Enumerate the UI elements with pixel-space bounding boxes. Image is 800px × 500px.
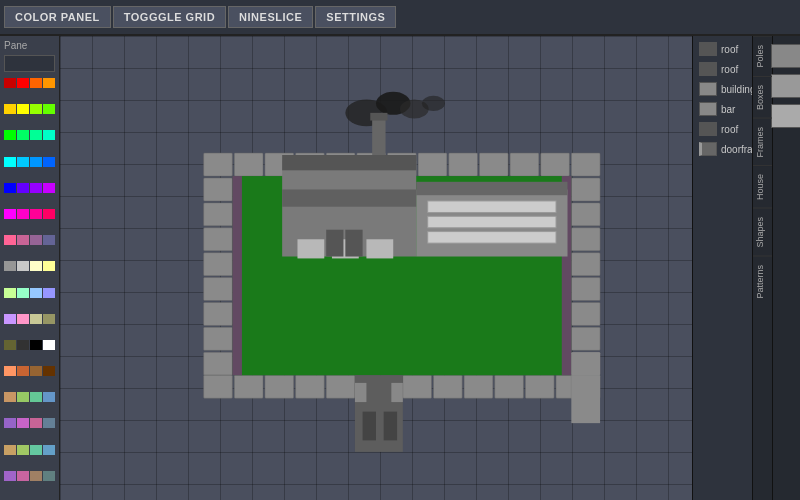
layer-label-1: roof (721, 64, 738, 75)
svg-rect-55 (326, 230, 343, 257)
color-cell-43[interactable] (43, 340, 55, 350)
nineslice-button[interactable]: NINESLICE (228, 6, 313, 28)
svg-rect-61 (428, 232, 556, 243)
color-cell-13[interactable] (17, 157, 29, 167)
tab-shapes[interactable]: Shapes (753, 208, 772, 256)
color-cell-16[interactable] (4, 183, 16, 193)
color-cell-28[interactable] (4, 261, 16, 271)
color-cell-39[interactable] (43, 314, 55, 324)
color-cell-5[interactable] (17, 104, 29, 114)
color-cell-33[interactable] (17, 288, 29, 298)
color-cell-11[interactable] (43, 130, 55, 140)
color-cell-27[interactable] (43, 235, 55, 245)
color-cell-59[interactable] (43, 445, 55, 455)
color-cell-47[interactable] (43, 366, 55, 376)
color-cell-62[interactable] (30, 471, 42, 481)
color-cell-35[interactable] (43, 288, 55, 298)
svg-rect-56 (345, 230, 362, 257)
color-cell-2[interactable] (30, 78, 42, 88)
color-cell-53[interactable] (17, 418, 29, 428)
color-cell-60[interactable] (4, 471, 16, 481)
color-cell-22[interactable] (30, 209, 42, 219)
color-cell-15[interactable] (43, 157, 55, 167)
color-cell-49[interactable] (17, 392, 29, 402)
layer-label-0: roof (721, 44, 738, 55)
color-cell-14[interactable] (30, 157, 42, 167)
color-cell-23[interactable] (43, 209, 55, 219)
tab-house[interactable]: House (753, 165, 772, 208)
layer-item-3[interactable]: bar (697, 100, 748, 118)
layer-item-2[interactable]: building (697, 80, 748, 98)
color-cell-57[interactable] (17, 445, 29, 455)
color-cell-24[interactable] (4, 235, 16, 245)
color-cell-19[interactable] (43, 183, 55, 193)
svg-rect-31 (265, 375, 294, 398)
layer-item-1[interactable]: roof (697, 60, 748, 78)
svg-rect-33 (326, 375, 355, 398)
color-cell-40[interactable] (4, 340, 16, 350)
color-cell-6[interactable] (30, 104, 42, 114)
shape-btn-0[interactable] (771, 44, 801, 68)
color-cell-54[interactable] (30, 418, 42, 428)
color-cell-48[interactable] (4, 392, 16, 402)
color-cell-1[interactable] (17, 78, 29, 88)
color-cell-8[interactable] (4, 130, 16, 140)
tab-frames[interactable]: Frames (753, 118, 772, 166)
color-cell-46[interactable] (30, 366, 42, 376)
color-cell-36[interactable] (4, 314, 16, 324)
settings-button[interactable]: SETTINGS (315, 6, 396, 28)
shape-btn-2[interactable] (771, 104, 801, 128)
color-cell-4[interactable] (4, 104, 16, 114)
tab-poles[interactable]: Poles (753, 36, 772, 76)
pixel-art (60, 36, 692, 500)
color-cell-12[interactable] (4, 157, 16, 167)
layer-item-0[interactable]: roof (697, 40, 748, 58)
color-cell-37[interactable] (17, 314, 29, 324)
color-cell-61[interactable] (17, 471, 29, 481)
color-cell-18[interactable] (30, 183, 42, 193)
color-cell-10[interactable] (30, 130, 42, 140)
svg-rect-60 (428, 216, 556, 227)
layer-item-4[interactable]: roof (697, 120, 748, 138)
color-cell-3[interactable] (43, 78, 55, 88)
color-cell-41[interactable] (17, 340, 29, 350)
layer-item-5[interactable]: doorframe (697, 140, 748, 158)
color-cell-20[interactable] (4, 209, 16, 219)
svg-rect-52 (297, 239, 324, 258)
color-cell-25[interactable] (17, 235, 29, 245)
pane-input[interactable] (4, 55, 55, 72)
toggle-grid-button[interactable]: TOGGGLE GRID (113, 6, 226, 28)
color-cell-9[interactable] (17, 130, 29, 140)
color-cell-52[interactable] (4, 418, 16, 428)
layers-panel: roofroofbuildingbarroofdoorframe (693, 36, 752, 500)
color-cell-34[interactable] (30, 288, 42, 298)
color-cell-21[interactable] (17, 209, 29, 219)
color-cell-0[interactable] (4, 78, 16, 88)
color-cell-32[interactable] (4, 288, 16, 298)
color-cell-38[interactable] (30, 314, 42, 324)
color-cell-58[interactable] (30, 445, 42, 455)
color-cell-26[interactable] (30, 235, 42, 245)
color-cell-45[interactable] (17, 366, 29, 376)
shape-btn-1[interactable] (771, 74, 801, 98)
canvas-area[interactable] (60, 36, 692, 500)
color-cell-50[interactable] (30, 392, 42, 402)
svg-rect-27 (571, 327, 600, 350)
tab-boxes[interactable]: Boxes (753, 76, 772, 118)
color-cell-55[interactable] (43, 418, 55, 428)
color-cell-29[interactable] (17, 261, 29, 271)
color-cell-56[interactable] (4, 445, 16, 455)
tab-patterns[interactable]: Patterns (753, 256, 772, 307)
color-cell-31[interactable] (43, 261, 55, 271)
color-cell-44[interactable] (4, 366, 16, 376)
color-cell-42[interactable] (30, 340, 42, 350)
svg-rect-15 (204, 228, 233, 251)
color-cell-63[interactable] (43, 471, 55, 481)
color-cell-51[interactable] (43, 392, 55, 402)
color-cell-7[interactable] (43, 104, 55, 114)
layer-thumb-3 (699, 102, 717, 116)
color-cell-17[interactable] (17, 183, 29, 193)
color-cell-30[interactable] (30, 261, 42, 271)
color-panel-button[interactable]: COLOR PANEL (4, 6, 111, 28)
svg-rect-0 (204, 153, 233, 176)
